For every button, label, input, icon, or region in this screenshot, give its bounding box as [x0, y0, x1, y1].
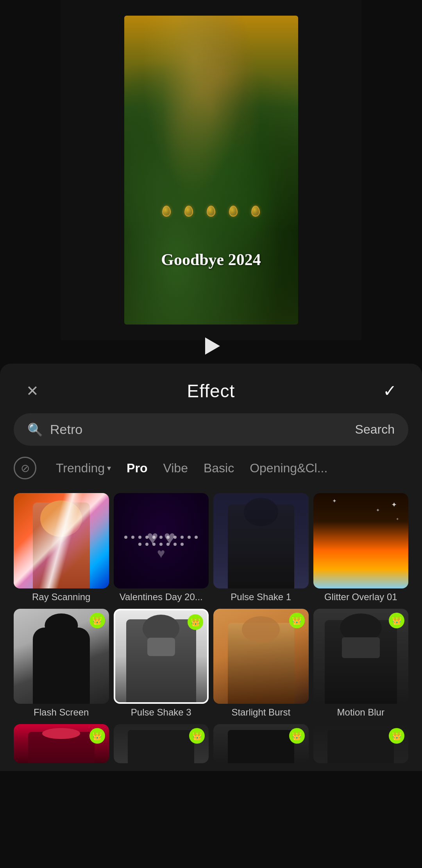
effect-label-pulse-shake-3: Pulse Shake 3	[114, 704, 209, 719]
effect-label-ray-scanning: Ray Scanning	[14, 588, 109, 604]
water-drop	[162, 206, 171, 217]
effect-thumbnail-ray-scanning	[14, 493, 109, 588]
effect-thumbnail-glitter: ✦ ✦ ✦ ✦	[313, 493, 409, 588]
tab-pro[interactable]: Pro	[119, 457, 155, 479]
effect-panel-title: Effect	[187, 380, 235, 402]
crown-badge: 👑	[89, 613, 105, 628]
effect-thumbnail-row3a: 👑	[14, 724, 109, 763]
search-icon: 🔍	[27, 422, 43, 437]
effect-item-row3-b[interactable]: 👑	[114, 724, 209, 763]
play-icon	[205, 337, 220, 355]
effect-label-pulse-shake-1: Pulse Shake 1	[213, 588, 309, 604]
figure-silhouette	[33, 628, 90, 704]
tab-basic[interactable]: Basic	[196, 457, 242, 479]
water-drop	[229, 206, 238, 217]
effect-grid: Ray Scanning ♥ ♥ ♥ Valentines Day 20...	[0, 489, 422, 771]
effect-item-flash-screen[interactable]: 👑 Flash Screen	[14, 609, 109, 720]
effect-item-ray-scanning[interactable]: Ray Scanning	[14, 493, 109, 604]
tab-trending-label: Trending	[56, 461, 105, 475]
effect-item-motion-blur[interactable]: 👑 Motion Blur	[313, 609, 409, 720]
checkmark-icon: ✓	[383, 381, 397, 400]
video-preview-area: Goodbye 2024	[0, 0, 422, 340]
search-input[interactable]	[50, 422, 348, 437]
video-preview: Goodbye 2024	[124, 16, 298, 325]
no-filter-icon: ⊘	[21, 462, 30, 475]
effect-panel: ✕ Effect ✓ 🔍 Search ⊘ Trending ▾ Pro Vib…	[0, 364, 422, 771]
close-icon: ✕	[26, 384, 39, 398]
tab-pro-label: Pro	[127, 461, 147, 475]
effect-label-flash-screen: Flash Screen	[14, 704, 109, 719]
video-title: Goodbye 2024	[124, 250, 298, 269]
effect-thumbnail-valentines: ♥ ♥ ♥	[114, 493, 209, 588]
chevron-down-icon: ▾	[107, 463, 111, 473]
effect-item-starlight-burst[interactable]: 👑 Starlight Burst	[213, 609, 309, 720]
effect-thumbnail-row3c: 👑	[213, 724, 309, 763]
effect-thumbnail-row3b: 👑	[114, 724, 209, 763]
effect-item-row3-c[interactable]: 👑	[213, 724, 309, 763]
effect-thumbnail-motion-blur: 👑	[313, 609, 409, 704]
water-drop	[251, 206, 260, 217]
tab-vibe[interactable]: Vibe	[155, 457, 195, 479]
figure-head	[45, 613, 78, 637]
water-drop	[184, 206, 193, 217]
tab-opening-label: Opening&Cl...	[250, 461, 327, 475]
play-button[interactable]	[197, 332, 225, 360]
no-filter-button[interactable]: ⊘	[14, 457, 36, 479]
effect-label-motion-blur: Motion Blur	[313, 704, 409, 719]
crown-badge: 👑	[389, 613, 404, 628]
filter-tabs: ⊘ Trending ▾ Pro Vibe Basic Opening&Cl..…	[0, 457, 422, 489]
side-panel-left	[0, 0, 61, 340]
search-button[interactable]: Search	[355, 422, 395, 437]
effect-thumbnail-flash-screen: 👑	[14, 609, 109, 704]
effect-item-pulse-shake-3[interactable]: 👑 Pulse Shake 3	[114, 609, 209, 720]
effect-item-pulse-shake-1[interactable]: Pulse Shake 1	[213, 493, 309, 604]
crown-badge: 👑	[289, 613, 305, 628]
water-drop	[207, 206, 215, 217]
effect-label-valentines: Valentines Day 20...	[114, 588, 209, 604]
tab-vibe-label: Vibe	[163, 461, 188, 475]
effect-thumbnail-pulse-shake-1	[213, 493, 309, 588]
crown-badge: 👑	[389, 728, 404, 744]
crown-badge: 👑	[289, 728, 305, 744]
effect-thumbnail-starlight-burst: 👑	[213, 609, 309, 704]
side-panel-right	[361, 0, 422, 340]
search-bar[interactable]: 🔍 Search	[14, 413, 408, 446]
effect-item-row3-d[interactable]: 👑	[313, 724, 409, 763]
effect-header: ✕ Effect ✓	[0, 364, 422, 413]
effect-label-starlight-burst: Starlight Burst	[213, 704, 309, 719]
crown-badge: 👑	[89, 728, 105, 744]
effect-item-glitter[interactable]: ✦ ✦ ✦ ✦ Glitter Overlay 01	[313, 493, 409, 604]
effect-label-glitter: Glitter Overlay 01	[313, 588, 409, 604]
confirm-button[interactable]: ✓	[379, 380, 401, 402]
crown-badge: 👑	[188, 614, 203, 630]
leaf-overlay	[124, 16, 298, 325]
effect-item-row3-a[interactable]: 👑	[14, 724, 109, 763]
close-button[interactable]: ✕	[21, 380, 43, 402]
crown-badge: 👑	[189, 728, 205, 744]
effect-thumbnail-pulse-shake-3: 👑	[114, 609, 209, 704]
tab-trending[interactable]: Trending ▾	[48, 457, 119, 479]
effect-thumbnail-row3d: 👑	[313, 724, 409, 763]
water-drops	[141, 206, 281, 217]
tab-basic-label: Basic	[204, 461, 234, 475]
tab-opening[interactable]: Opening&Cl...	[242, 457, 335, 479]
effect-item-valentines[interactable]: ♥ ♥ ♥ Valentines Day 20...	[114, 493, 209, 604]
